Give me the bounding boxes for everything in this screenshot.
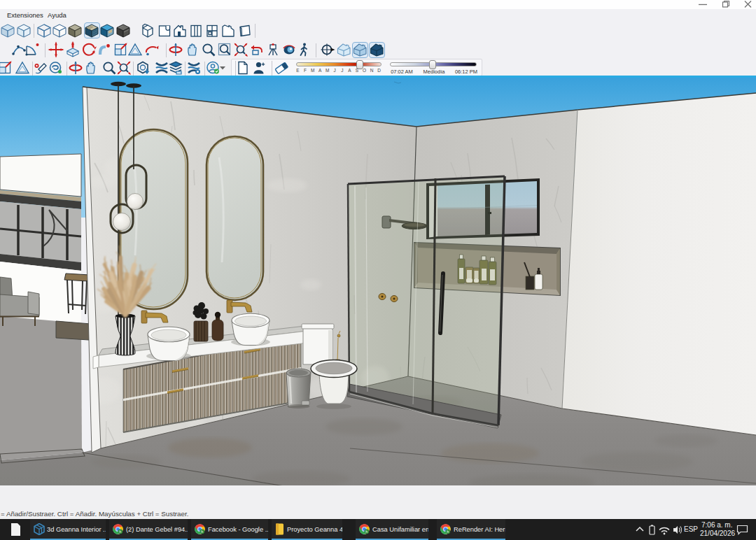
svg-text:h: h (365, 530, 368, 534)
svg-text:h: h (201, 530, 203, 534)
svg-text:h: h (119, 530, 121, 534)
svg-text:h: h (447, 530, 449, 534)
